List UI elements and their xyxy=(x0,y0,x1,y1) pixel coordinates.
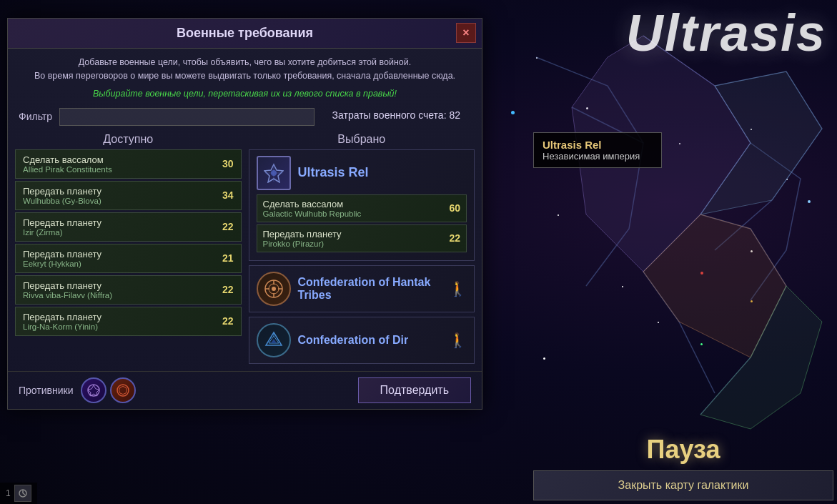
star xyxy=(751,250,753,252)
selected-empire-ultrasis: Ultrasis Rel Сделать вассалом Galactic W… xyxy=(249,149,475,261)
ultrasis-title: Ultrasis xyxy=(615,0,837,66)
svg-point-19 xyxy=(88,385,99,396)
star xyxy=(536,57,538,59)
available-item-1[interactable]: Передать планету Wulhubba (Gy-Blova) 34 xyxy=(15,181,242,210)
item-cost-2: 22 xyxy=(222,221,234,232)
dialog-hint: Выбирайте военные цели, перетаскивая их … xyxy=(8,87,482,104)
star xyxy=(679,143,680,144)
ui-number: 1 xyxy=(6,488,11,498)
hantak-action-icon: 🚶 xyxy=(449,280,467,297)
available-item-3[interactable]: Передать планету Eekryt (Hykkan) 21 xyxy=(15,244,242,273)
close-map-button[interactable]: Закрыть карту галактики xyxy=(533,470,833,500)
tooltip-empire-type: Независимая империя xyxy=(543,151,653,162)
item-cost-4: 22 xyxy=(222,284,234,295)
enemy-avatar-1[interactable] xyxy=(81,377,107,403)
item-target-0: Allied Pirak Constituents xyxy=(23,165,112,174)
svg-point-10 xyxy=(272,287,276,291)
close-dialog-button[interactable]: × xyxy=(456,23,476,43)
star xyxy=(786,179,788,180)
cost-display: Затраты военного счета: 82 xyxy=(322,109,471,124)
s-action-vassal: Сделать вассалом xyxy=(263,199,362,209)
confirm-button[interactable]: Подтвердить xyxy=(358,377,471,403)
s-cost-vassal: 60 xyxy=(449,202,460,214)
item-action-3: Передать планету xyxy=(23,249,101,260)
available-column: Доступно Сделать вассалом Allied Pirak C… xyxy=(15,129,242,364)
selected-column: Выбрано Ultrasis Rel xyxy=(249,129,475,364)
item-action-1: Передать планету xyxy=(23,186,101,197)
svg-line-24 xyxy=(23,493,25,495)
item-action-4: Передать планету xyxy=(23,280,112,291)
dir-emblem xyxy=(257,323,291,357)
available-list: Сделать вассалом Allied Pirak Constituen… xyxy=(15,149,242,336)
dir-action-icon: 🚶 xyxy=(449,332,467,349)
ui-icon[interactable] xyxy=(14,485,31,502)
pause-text: Пауза xyxy=(530,435,837,465)
star xyxy=(543,357,545,360)
available-header: Доступно xyxy=(15,129,242,149)
ultrasis-tooltip: Ultrasis Rel Независимая империя xyxy=(533,132,662,168)
item-target-4: Rivva viba-Filavv (Niffra) xyxy=(23,291,112,300)
item-cost-0: 30 xyxy=(222,158,234,169)
s-cost-planet: 22 xyxy=(449,232,460,244)
s-target-vassal: Galactic Wulhubb Republic xyxy=(263,209,362,218)
dir-empire-name: Confederation of Dir xyxy=(298,334,442,347)
enemy-avatar-2[interactable] xyxy=(110,377,136,403)
dialog-title-bar: Военные требования × xyxy=(8,19,482,49)
item-target-2: Izir (Zirma) xyxy=(23,228,101,237)
filter-label: Фильтр xyxy=(19,111,52,122)
star xyxy=(622,286,623,287)
hantak-empire-name: Confederation of Hantak Tribes xyxy=(298,276,442,302)
star-cyan xyxy=(511,111,515,114)
s-action-planet: Передать планету xyxy=(263,229,342,239)
item-action-2: Передать планету xyxy=(23,217,101,228)
hantak-emblem xyxy=(257,272,291,306)
bottom-left-ui: 1 xyxy=(0,483,37,504)
star xyxy=(751,129,752,130)
item-action-0: Сделать вассалом xyxy=(23,154,112,165)
tooltip-empire-name: Ultrasis Rel xyxy=(543,139,653,151)
war-goals-dialog: Военные требования × Добавьте военные це… xyxy=(7,18,482,410)
dialog-bottom-bar: Противники Подтвердить xyxy=(8,371,482,409)
selected-header: Выбрано xyxy=(249,129,475,149)
item-cost-3: 21 xyxy=(222,252,234,264)
item-cost-5: 22 xyxy=(222,315,234,327)
selected-empire-hantak[interactable]: Confederation of Hantak Tribes 🚶 xyxy=(249,265,475,312)
star-red xyxy=(700,272,703,275)
star xyxy=(558,214,559,216)
dialog-description: Добавьте военные цели, чтобы объявить, ч… xyxy=(8,49,482,87)
ultrasis-emblem xyxy=(257,156,291,190)
star xyxy=(586,107,588,109)
star-yellow xyxy=(751,300,753,302)
selected-item-vassal[interactable]: Сделать вассалом Galactic Wulhubb Republ… xyxy=(257,194,467,222)
item-target-1: Wulhubba (Gy-Blova) xyxy=(23,197,101,205)
item-target-5: Lirg-Na-Korm (Yinin) xyxy=(23,322,101,331)
selected-item-planet[interactable]: Передать планету Pirokko (Pirazur) 22 xyxy=(257,224,467,252)
available-item-4[interactable]: Передать планету Rivva viba-Filavv (Niff… xyxy=(15,275,242,305)
dialog-title-text: Военные требования xyxy=(177,26,313,40)
s-target-planet: Pirokko (Pirazur) xyxy=(263,239,342,248)
enemy-avatars xyxy=(81,377,351,403)
svg-marker-17 xyxy=(271,339,277,343)
ultrasis-empire-name: Ultrasis Rel xyxy=(298,165,369,180)
columns-area: Доступно Сделать вассалом Allied Pirak C… xyxy=(8,129,482,371)
item-target-3: Eekryt (Hykkan) xyxy=(23,260,101,268)
item-action-5: Передать планету xyxy=(23,312,101,322)
available-item-2[interactable]: Передать планету Izir (Zirma) 22 xyxy=(15,212,242,242)
star-green xyxy=(700,343,703,345)
filter-cost-row: Фильтр Затраты военного счета: 82 xyxy=(8,104,482,129)
item-cost-1: 34 xyxy=(222,189,234,201)
filter-input[interactable] xyxy=(59,108,315,126)
selected-empire-dir[interactable]: Confederation of Dir 🚶 xyxy=(249,317,475,364)
star xyxy=(658,322,659,323)
star-blue xyxy=(808,200,811,203)
enemies-label: Противники xyxy=(19,385,74,396)
filter-section: Фильтр xyxy=(19,108,315,126)
selected-list: Ultrasis Rel Сделать вассалом Galactic W… xyxy=(249,149,475,364)
available-item-5[interactable]: Передать планету Lirg-Na-Korm (Yinin) 22 xyxy=(15,307,242,336)
available-item-0[interactable]: Сделать вассалом Allied Pirak Constituen… xyxy=(15,149,242,179)
